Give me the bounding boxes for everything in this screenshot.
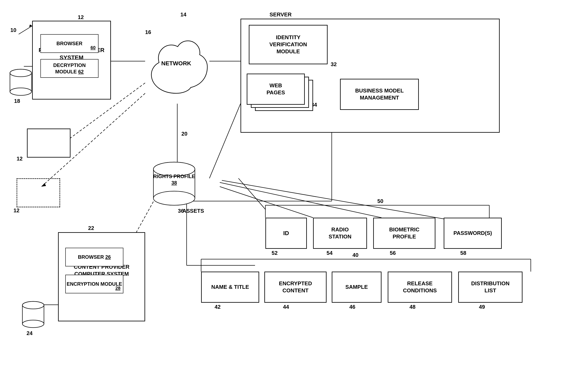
server-label: SERVER — [270, 11, 292, 18]
decryption-module-label2: MODULE 62 — [55, 68, 84, 75]
id-label: ID — [283, 230, 289, 237]
sample-label: SAMPLE — [345, 284, 368, 291]
svg-line-0 — [19, 26, 32, 34]
svg-marker-1 — [29, 24, 32, 27]
ref-60: 60 — [91, 45, 96, 51]
recipient-2-box — [27, 128, 70, 158]
ref-16: 16 — [145, 29, 151, 35]
ref-52: 52 — [272, 250, 278, 256]
svg-point-33 — [10, 88, 32, 95]
name-title-label: NAME & TITLE — [211, 284, 249, 291]
distribution-list-box: DISTRIBUTIONLIST — [458, 272, 523, 303]
ref-14: 14 — [180, 11, 186, 18]
ref-12-mid: 12 — [17, 155, 22, 162]
diagram: 10 12 RECIPIENT COMPUTER SYSTEM BROWSER … — [0, 0, 588, 385]
assets-label: ASSETS — [183, 208, 204, 214]
biometric-profile-box: BIOMETRICPROFILE — [373, 218, 435, 249]
encryption-module-label: ENCRYPTION MODULE — [66, 281, 122, 287]
svg-point-34 — [10, 69, 32, 77]
browser-bottom-box: BROWSER 26 — [65, 248, 123, 266]
ref-18: 18 — [14, 98, 20, 104]
ref-12-bottom: 12 — [14, 207, 20, 214]
decryption-module-box: DECRYPTION MODULE 62 — [41, 59, 99, 78]
sample-box: SAMPLE — [332, 272, 381, 303]
svg-line-6 — [210, 104, 240, 178]
distribution-list-label: DISTRIBUTIONLIST — [471, 280, 510, 294]
radio-station-label: RADIOSTATION — [329, 226, 351, 240]
biometric-profile-label: BIOMETRICPROFILE — [389, 226, 420, 240]
ref-56: 56 — [390, 250, 396, 256]
ref-58: 58 — [460, 250, 466, 256]
network-cloud: NETWORK — [141, 35, 211, 106]
ref-54: 54 — [327, 250, 333, 256]
browser-top-box: BROWSER 60 — [41, 34, 99, 53]
release-conditions-box: RELEASECONDITIONS — [388, 272, 452, 303]
encryption-module-box: ENCRYPTION MODULE 28 — [65, 275, 123, 293]
business-model-label: BUSINESS MODELMANAGEMENT — [355, 87, 404, 101]
passwords-label: PASSWORD(S) — [453, 230, 492, 237]
browser-top-label: BROWSER — [56, 40, 82, 47]
web-pages-stack: WEBPAGES — [247, 74, 305, 105]
svg-line-10 — [222, 180, 449, 220]
ref-28: 28 — [115, 285, 121, 291]
ref-22: 22 — [88, 225, 94, 231]
radio-station-box: RADIOSTATION — [313, 218, 367, 249]
ref-48: 48 — [409, 304, 416, 310]
encrypted-content-box: ENCRYPTEDCONTENT — [264, 272, 327, 303]
ref-44: 44 — [283, 304, 289, 310]
release-conditions-label: RELEASECONDITIONS — [403, 280, 437, 294]
ref-50: 50 — [377, 198, 383, 204]
svg-line-8 — [220, 187, 313, 218]
svg-point-41 — [153, 191, 195, 205]
decryption-module-label: DECRYPTION — [53, 62, 86, 68]
ref-40: 40 — [353, 252, 358, 258]
ref-42: 42 — [215, 304, 221, 310]
ref-12-top-label: 12 — [78, 14, 84, 21]
database-24 — [21, 301, 46, 330]
ref-24: 24 — [26, 330, 33, 337]
passwords-box: PASSWORD(S) — [444, 218, 502, 249]
svg-line-9 — [220, 182, 381, 218]
ref-49: 49 — [479, 304, 485, 310]
network-label: NETWORK — [141, 60, 211, 67]
svg-point-38 — [22, 301, 44, 309]
identity-verification-label: IDENTITYVERIFICATIONMODULE — [269, 34, 307, 55]
ref-10: 10 — [10, 27, 16, 33]
rights-profile-cylinder: RIGHTS PROFILE38 — [151, 162, 197, 207]
business-model-box: BUSINESS MODELMANAGEMENT — [340, 79, 419, 110]
rights-profile-label: RIGHTS PROFILE38 — [151, 173, 197, 186]
database-18 — [8, 68, 33, 97]
svg-line-7 — [238, 178, 265, 209]
svg-point-37 — [22, 320, 44, 328]
id-box: ID — [265, 218, 307, 249]
ref-20: 20 — [181, 131, 188, 137]
recipient-3-box — [17, 178, 60, 207]
browser-bottom-label: BROWSER 26 — [78, 254, 111, 260]
encrypted-content-label: ENCRYPTEDCONTENT — [279, 280, 312, 294]
ref-32: 32 — [331, 61, 337, 68]
ref-46: 46 — [349, 304, 355, 310]
identity-verification-box: IDENTITYVERIFICATIONMODULE — [249, 25, 328, 64]
name-title-box: NAME & TITLE — [201, 272, 259, 303]
